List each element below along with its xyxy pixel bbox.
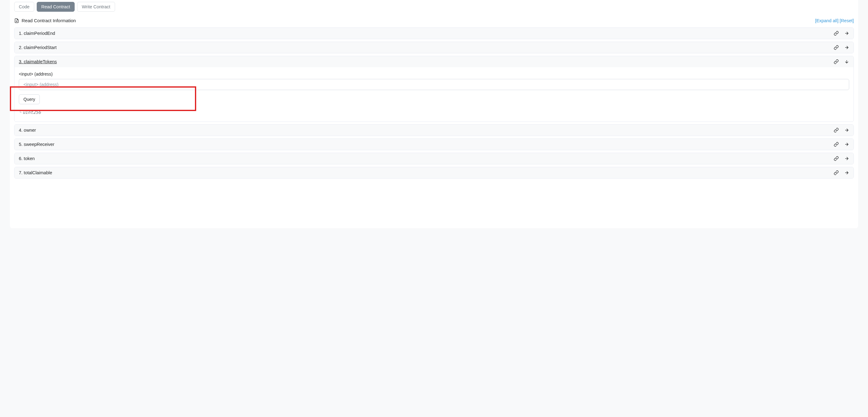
section-header: Read Contract Information [Expand all] […	[14, 18, 854, 23]
function-title: 7. totalClaimable	[19, 170, 52, 175]
arrow-right-icon[interactable]	[844, 156, 849, 161]
function-header-icons	[834, 170, 849, 175]
document-icon	[14, 18, 19, 23]
function-header-token[interactable]: 6. token	[14, 153, 854, 164]
function-header-claimPeriodEnd[interactable]: 1. claimPeriodEnd	[14, 28, 854, 39]
arrow-down-icon[interactable]	[844, 59, 849, 64]
function-header-sweepReceiver[interactable]: 5. sweepReceiver	[14, 139, 854, 150]
function-header-icons	[834, 45, 849, 50]
return-type-row: └ uint256	[19, 110, 849, 115]
corner-icon: └	[19, 110, 21, 115]
tab-write-contract[interactable]: Write Contract	[77, 2, 115, 12]
function-header-owner[interactable]: 4. owner	[14, 125, 854, 136]
arrow-right-icon[interactable]	[844, 128, 849, 133]
link-icon[interactable]	[834, 31, 839, 36]
query-button[interactable]: Query	[19, 94, 40, 104]
return-type: uint256	[23, 110, 41, 115]
function-card: 7. totalClaimable	[14, 167, 854, 179]
function-title: 5. sweepReceiver	[19, 142, 54, 147]
contract-panel: Code Read Contract Write Contract Read C…	[10, 0, 858, 228]
arrow-right-icon[interactable]	[844, 45, 849, 50]
link-icon[interactable]	[834, 142, 839, 147]
link-icon[interactable]	[834, 156, 839, 161]
function-card: 5. sweepReceiver	[14, 138, 854, 150]
section-actions: [Expand all] [Reset]	[815, 18, 854, 23]
contract-tabs: Code Read Contract Write Contract	[14, 0, 854, 18]
function-card: 3. claimableTokens<input> (address)Query…	[14, 56, 854, 122]
reset-link[interactable]: [Reset]	[840, 18, 854, 23]
section-title: Read Contract Information	[22, 18, 76, 23]
function-title: 3. claimableTokens	[19, 59, 57, 64]
function-header-totalClaimable[interactable]: 7. totalClaimable	[14, 167, 854, 178]
function-list: 1. claimPeriodEnd2. claimPeriodStart3. c…	[14, 27, 854, 179]
arrow-right-icon[interactable]	[844, 170, 849, 175]
function-header-icons	[834, 59, 849, 64]
function-card: 1. claimPeriodEnd	[14, 27, 854, 39]
function-title: 2. claimPeriodStart	[19, 45, 57, 50]
arrow-right-icon[interactable]	[844, 31, 849, 36]
tab-read-contract[interactable]: Read Contract	[37, 2, 75, 12]
function-header-icons	[834, 142, 849, 147]
function-header-icons	[834, 128, 849, 133]
function-header-icons	[834, 31, 849, 36]
address-input[interactable]	[19, 79, 849, 90]
arrow-right-icon[interactable]	[844, 142, 849, 147]
link-icon[interactable]	[834, 128, 839, 133]
function-header-icons	[834, 156, 849, 161]
function-title: 4. owner	[19, 128, 36, 133]
link-icon[interactable]	[834, 170, 839, 175]
tab-code[interactable]: Code	[14, 2, 34, 12]
function-card: 2. claimPeriodStart	[14, 42, 854, 53]
expand-all-link[interactable]: [Expand all]	[815, 18, 838, 23]
function-title: 6. token	[19, 156, 35, 161]
function-header-claimPeriodStart[interactable]: 2. claimPeriodStart	[14, 42, 854, 53]
function-body: <input> (address)Query└ uint256	[14, 67, 854, 122]
link-icon[interactable]	[834, 45, 839, 50]
function-card: 6. token	[14, 153, 854, 164]
link-icon[interactable]	[834, 59, 839, 64]
function-header-claimableTokens[interactable]: 3. claimableTokens	[14, 56, 854, 67]
function-title: 1. claimPeriodEnd	[19, 31, 55, 36]
input-label: <input> (address)	[19, 71, 849, 76]
function-card: 4. owner	[14, 124, 854, 136]
